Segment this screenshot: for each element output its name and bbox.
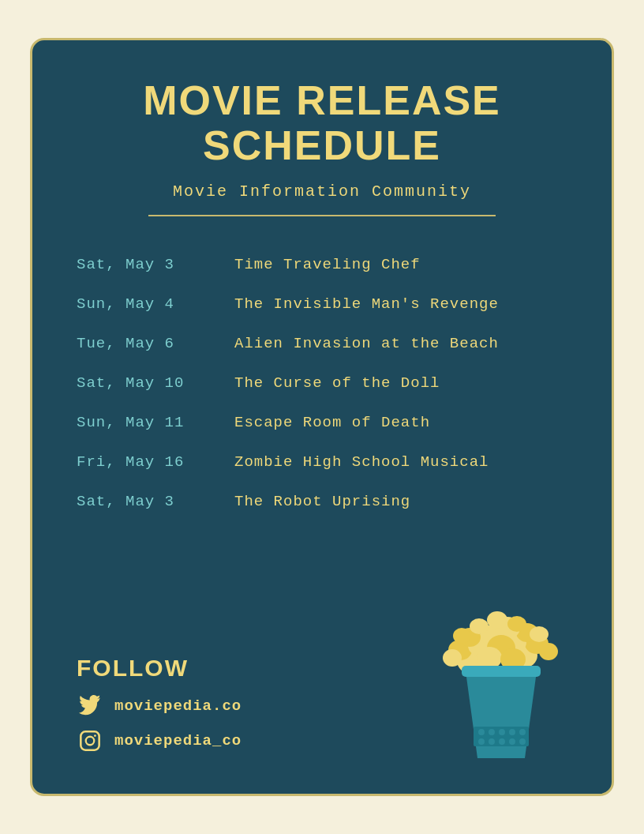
schedule-date: Fri, May 16 bbox=[77, 453, 234, 471]
schedule-item: Sat, May 3The Robot Uprising bbox=[77, 482, 567, 521]
svg-point-19 bbox=[453, 628, 470, 644]
svg-point-20 bbox=[530, 626, 549, 642]
schedule-date: Sun, May 4 bbox=[77, 295, 234, 313]
schedule-movie-title: Alien Invasion at the Beach bbox=[234, 335, 499, 352]
svg-point-16 bbox=[487, 611, 507, 629]
schedule-item: Sun, May 4The Invisible Man's Revenge bbox=[77, 284, 567, 324]
svg-point-28 bbox=[499, 729, 505, 735]
svg-point-21 bbox=[539, 643, 558, 660]
schedule-date: Sun, May 11 bbox=[77, 414, 234, 431]
schedule-date: Sat, May 3 bbox=[77, 256, 234, 273]
svg-point-31 bbox=[478, 738, 485, 745]
schedule-date: Sat, May 10 bbox=[77, 374, 234, 392]
schedule-movie-title: The Curse of the Doll bbox=[234, 374, 440, 392]
main-card: MOVIE RELEASE SCHEDULE Movie Information… bbox=[30, 38, 614, 796]
schedule-movie-title: Zombie High School Musical bbox=[234, 453, 489, 471]
schedule-movie-title: Time Traveling Chef bbox=[234, 256, 421, 273]
schedule-date: Sat, May 3 bbox=[77, 493, 234, 510]
schedule-movie-title: The Robot Uprising bbox=[234, 493, 410, 510]
twitter-handle: moviepedia.co bbox=[114, 697, 242, 715]
divider bbox=[148, 215, 496, 216]
schedule-item: Sat, May 3Time Traveling Chef bbox=[77, 245, 567, 284]
svg-point-29 bbox=[509, 729, 515, 735]
svg-point-35 bbox=[519, 738, 526, 745]
svg-rect-0 bbox=[80, 731, 99, 749]
schedule-movie-title: The Invisible Man's Revenge bbox=[234, 295, 499, 313]
schedule-movie-title: Escape Room of Death bbox=[234, 414, 430, 431]
svg-point-32 bbox=[489, 738, 495, 745]
svg-point-17 bbox=[507, 616, 526, 632]
schedule-item: Sun, May 11Escape Room of Death bbox=[77, 403, 567, 442]
svg-point-14 bbox=[477, 647, 502, 669]
svg-rect-24 bbox=[462, 666, 541, 677]
instagram-icon bbox=[77, 727, 103, 754]
page-subtitle: Movie Information Community bbox=[77, 182, 567, 201]
svg-point-26 bbox=[478, 729, 485, 735]
svg-point-27 bbox=[489, 729, 495, 735]
svg-point-30 bbox=[519, 729, 526, 735]
svg-point-2 bbox=[94, 734, 96, 737]
schedule-item: Fri, May 16Zombie High School Musical bbox=[77, 442, 567, 482]
page-title: MOVIE RELEASE SCHEDULE bbox=[77, 78, 567, 168]
instagram-handle: moviepedia_co bbox=[114, 732, 242, 749]
twitter-icon bbox=[77, 693, 103, 719]
schedule-item: Sat, May 10The Curse of the Doll bbox=[77, 363, 567, 403]
svg-point-1 bbox=[86, 737, 95, 746]
svg-point-34 bbox=[509, 738, 515, 745]
popcorn-illustration bbox=[422, 604, 580, 778]
schedule-item: Tue, May 6Alien Invasion at the Beach bbox=[77, 324, 567, 363]
svg-point-33 bbox=[499, 738, 505, 745]
schedule-list: Sat, May 3Time Traveling ChefSun, May 4T… bbox=[77, 245, 567, 647]
schedule-date: Tue, May 6 bbox=[77, 335, 234, 352]
svg-point-18 bbox=[470, 618, 489, 634]
svg-point-22 bbox=[443, 649, 462, 667]
